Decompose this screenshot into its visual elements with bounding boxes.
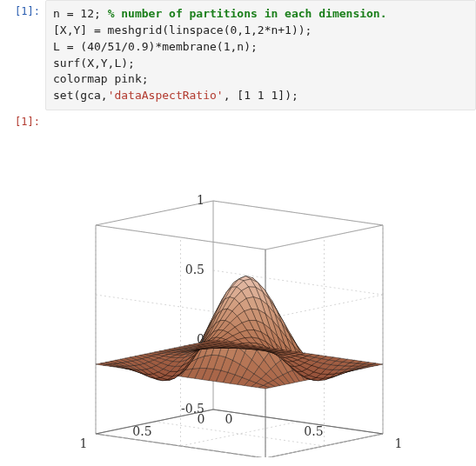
code-line-3: L = (40/51/0.9)*membrane(1,n); [53,40,258,53]
y-tick-label: 0.5 [304,424,323,438]
z-tick-label: 0 [197,332,204,346]
x-tick-label: 0.5 [132,424,151,438]
code-line-1a: n = 12; [53,7,108,20]
output-prompt: [1]: [0,110,45,128]
input-prompt: [1]: [0,0,45,17]
y-tick-label: 1 [394,436,402,450]
surface-plot: -0.5 0 0.5 1 0 0.5 1 0 0.5 1 [70,114,453,457]
code-line-6b-string: 'dataAspectRatio' [108,89,224,102]
svg-line-4 [213,201,383,225]
code-line-4: surf(X,Y,L); [53,57,135,70]
output-cell: [1]: -0.5 0 0.5 1 0 0.5 1 0 [0,110,476,464]
svg-line-20 [154,422,324,446]
z-tick-label: 0.5 [184,263,204,276]
input-cell: [1]: n = 12; % number of partitions in e… [0,0,476,110]
svg-line-607 [213,409,383,434]
z-tick-label: 1 [197,193,204,207]
y-tick-label: 0 [225,412,232,426]
code-line-1b-comment: % number of partitions in each dimension… [108,7,387,20]
svg-line-5 [96,201,213,225]
output-area: -0.5 0 0.5 1 0 0.5 1 0 0.5 1 [45,110,476,464]
x-tick-label: 1 [79,436,87,450]
x-tick-label: 0 [197,412,204,426]
code-line-5: colormap pink; [53,72,149,85]
code-line-6a: set(gca, [53,89,108,102]
code-editor[interactable]: n = 12; % number of partitions in each d… [45,0,476,110]
code-line-2: [X,Y] = meshgrid(linspace(0,1,2*n+1)); [53,23,312,37]
code-line-6c: , [1 1 1]); [224,89,298,102]
